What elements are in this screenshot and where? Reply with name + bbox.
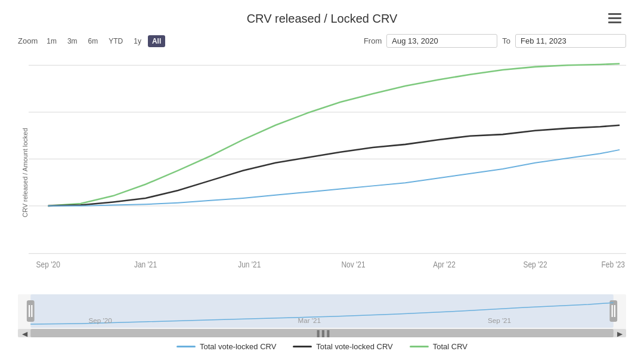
controls-row: Zoom 1m 3m 6m YTD 1y All From To <box>18 34 626 48</box>
svg-text:Apr '22: Apr '22 <box>433 260 456 269</box>
chart-svg: 1 500M 1 000M 500M 0 Sep '20 Jan '21 Jun… <box>29 54 626 292</box>
svg-text:Sep '22: Sep '22 <box>523 260 547 269</box>
to-label: To <box>502 36 510 45</box>
zoom-1y[interactable]: 1y <box>129 35 145 47</box>
svg-text:▐▐▐: ▐▐▐ <box>315 330 330 337</box>
legend-label-dark: Total vote-locked CRV <box>316 342 392 351</box>
svg-text:Sep '20: Sep '20 <box>36 260 60 269</box>
chart-title: CRV released / Locked CRV <box>18 12 626 26</box>
svg-text:Jan '21: Jan '21 <box>134 260 157 269</box>
legend-label-blue: Total vote-locked CRV <box>200 342 276 351</box>
from-date-input[interactable] <box>386 34 497 48</box>
svg-text:▶: ▶ <box>617 330 623 337</box>
chart-plot-area: 1 500M 1 000M 500M 0 Sep '20 Jan '21 Jun… <box>29 54 626 292</box>
legend-line-dark <box>293 346 312 347</box>
legend-row: Total vote-locked CRV Total vote-locked … <box>18 342 626 351</box>
date-range-group: From To <box>364 34 626 48</box>
chart-area: CRV released / Amount locked 1 500M 1 00… <box>18 54 626 292</box>
svg-text:Mar '21: Mar '21 <box>298 317 321 324</box>
navigator-area: Sep '20 Mar '21 Sep '21 ◀ ▶ ▐▐▐ <box>18 294 626 337</box>
hamburger-icon[interactable] <box>608 13 621 23</box>
svg-text:Nov '21: Nov '21 <box>341 260 365 269</box>
svg-rect-21 <box>609 300 617 322</box>
zoom-group: Zoom 1m 3m 6m YTD 1y All <box>18 35 165 47</box>
legend-label-green: Total CRV <box>433 342 467 351</box>
zoom-1m[interactable]: 1m <box>42 35 61 47</box>
legend-item-green: Total CRV <box>410 342 467 351</box>
svg-text:◀: ◀ <box>22 330 27 337</box>
legend-item-dark: Total vote-locked CRV <box>293 342 392 351</box>
svg-text:Sep '20: Sep '20 <box>89 317 112 324</box>
zoom-6m[interactable]: 6m <box>84 35 103 47</box>
svg-rect-18 <box>27 300 35 322</box>
zoom-3m[interactable]: 3m <box>63 35 82 47</box>
chart-container: CRV released / Locked CRV Zoom 1m 3m 6m … <box>0 0 644 357</box>
y-axis-label: CRV released / Amount locked <box>18 54 29 292</box>
svg-text:Jun '21: Jun '21 <box>238 260 261 269</box>
from-label: From <box>364 36 382 45</box>
zoom-ytd[interactable]: YTD <box>104 35 127 47</box>
svg-text:Feb '23: Feb '23 <box>601 260 625 269</box>
svg-rect-19 <box>29 305 30 317</box>
zoom-label: Zoom <box>18 36 38 45</box>
to-date-input[interactable] <box>515 34 626 48</box>
svg-rect-20 <box>31 305 32 317</box>
svg-rect-23 <box>614 305 615 317</box>
zoom-all[interactable]: All <box>148 35 165 47</box>
legend-item-blue: Total vote-locked CRV <box>177 342 276 351</box>
svg-text:Sep '21: Sep '21 <box>488 317 511 324</box>
legend-line-blue <box>177 346 196 347</box>
navigator-svg: Sep '20 Mar '21 Sep '21 ◀ ▶ ▐▐▐ <box>18 294 626 337</box>
svg-rect-22 <box>612 305 613 317</box>
legend-line-green <box>410 346 429 347</box>
